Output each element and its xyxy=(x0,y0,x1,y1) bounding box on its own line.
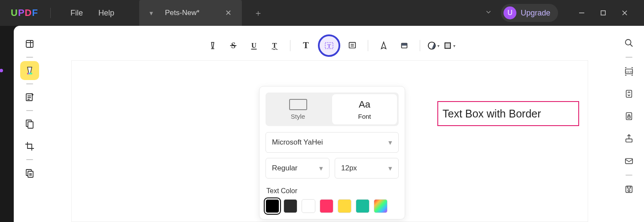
color-swatch-yellow[interactable] xyxy=(338,199,351,213)
save-icon[interactable] xyxy=(620,181,638,198)
strikethrough-icon[interactable]: S xyxy=(225,37,242,54)
upgrade-label: Upgrade xyxy=(521,9,550,18)
svg-rect-28 xyxy=(626,90,632,98)
squiggly-icon[interactable]: T xyxy=(266,37,283,54)
minimize-button[interactable] xyxy=(571,4,592,22)
search-icon[interactable] xyxy=(620,34,638,52)
chevron-down-icon: ▾ xyxy=(437,43,440,48)
sticker-dropdown[interactable]: ▾ xyxy=(427,41,440,50)
ocr-icon[interactable]: OCR xyxy=(620,63,638,80)
svg-rect-22 xyxy=(402,43,407,46)
separator xyxy=(368,40,368,51)
tabs-overflow-icon[interactable] xyxy=(485,8,492,18)
left-toolbar xyxy=(14,26,46,222)
protect-icon[interactable] xyxy=(620,108,638,125)
pencil-icon[interactable] xyxy=(375,37,392,54)
window-controls xyxy=(571,4,635,22)
separator xyxy=(50,8,51,18)
share-icon[interactable] xyxy=(620,130,638,147)
tab-menu-icon[interactable]: ▾ xyxy=(150,9,153,17)
separator xyxy=(420,40,420,51)
shape-dropdown[interactable]: ▾ xyxy=(443,41,455,50)
divider xyxy=(26,57,33,58)
svg-point-35 xyxy=(628,189,630,191)
menu-help[interactable]: Help xyxy=(91,5,122,21)
svg-rect-11 xyxy=(28,171,33,177)
font-size-value: 12px xyxy=(341,164,357,173)
highlighter-icon[interactable] xyxy=(204,37,221,54)
style-tab-label: Style xyxy=(291,113,305,120)
chevron-down-icon: ▾ xyxy=(453,43,455,48)
color-swatches xyxy=(266,199,399,213)
svg-rect-24 xyxy=(445,43,451,49)
font-tab[interactable]: Aa Font xyxy=(332,94,397,124)
divider xyxy=(26,110,33,111)
title-bar: UPDF File Help ▾ Pets-New* ✕ ＋ U Upgrade xyxy=(0,0,644,26)
svg-text:OCR: OCR xyxy=(626,71,632,74)
color-swatch-custom[interactable] xyxy=(374,199,388,213)
divider xyxy=(626,175,632,176)
text-comment-icon[interactable]: T xyxy=(297,37,314,54)
convert-icon[interactable] xyxy=(620,85,638,102)
font-size-select[interactable]: 12px ▾ xyxy=(335,158,399,179)
chevron-down-icon: ▾ xyxy=(388,138,392,147)
textbox-text: Text Box with Border xyxy=(443,108,541,120)
color-swatch-white[interactable] xyxy=(302,199,315,213)
svg-rect-9 xyxy=(28,122,33,128)
textbox-properties-panel: Style Aa Font Microsoft YaHei ▾ Regular … xyxy=(259,86,405,219)
crop-tool[interactable] xyxy=(20,137,39,156)
eraser-icon[interactable] xyxy=(396,37,413,54)
note-icon[interactable] xyxy=(344,37,361,54)
comment-tool[interactable] xyxy=(20,61,39,80)
divider xyxy=(626,57,632,58)
close-button[interactable] xyxy=(614,4,635,22)
upgrade-button[interactable]: U Upgrade xyxy=(501,4,558,22)
color-swatch-pink[interactable] xyxy=(320,199,333,213)
menu-file[interactable]: File xyxy=(63,5,91,21)
right-toolbar: OCR xyxy=(614,26,644,222)
organize-tool[interactable] xyxy=(20,114,39,133)
edit-tool[interactable] xyxy=(20,88,39,107)
reader-tool[interactable] xyxy=(20,34,39,53)
font-weight-select[interactable]: Regular ▾ xyxy=(266,158,330,179)
svg-rect-32 xyxy=(626,159,633,164)
svg-rect-4 xyxy=(26,40,33,47)
new-tab-button[interactable]: ＋ xyxy=(254,7,262,19)
document-tab[interactable]: ▾ Pets-New* ✕ xyxy=(139,0,242,26)
svg-rect-20 xyxy=(349,43,356,48)
color-swatch-black[interactable] xyxy=(266,199,279,213)
color-swatch-dark[interactable] xyxy=(284,199,297,213)
svg-rect-31 xyxy=(626,139,632,142)
maximize-button[interactable] xyxy=(592,4,614,22)
svg-point-25 xyxy=(626,40,631,45)
divider xyxy=(26,159,33,160)
underline-icon[interactable]: U xyxy=(245,37,262,54)
font-family-value: Microsoft YaHei xyxy=(272,138,323,147)
svg-text:T: T xyxy=(303,41,309,50)
style-tab[interactable]: Style xyxy=(266,92,330,126)
chevron-down-icon: ▾ xyxy=(319,164,323,173)
font-tab-label: Font xyxy=(358,113,371,120)
active-indicator xyxy=(0,69,3,72)
app-logo: UPDF xyxy=(11,7,38,18)
svg-rect-34 xyxy=(627,186,630,188)
textbox-icon[interactable]: T xyxy=(318,34,340,57)
font-weight-value: Regular xyxy=(272,164,298,173)
redact-tool[interactable] xyxy=(20,163,39,182)
chevron-down-icon: ▾ xyxy=(388,164,392,173)
text-color-label: Text Color xyxy=(266,187,399,195)
svg-text:T: T xyxy=(272,41,277,49)
email-icon[interactable] xyxy=(620,152,638,170)
font-aa-icon: Aa xyxy=(359,99,370,110)
svg-text:T: T xyxy=(327,43,331,49)
font-family-select[interactable]: Microsoft YaHei ▾ xyxy=(266,132,399,153)
svg-rect-6 xyxy=(27,73,32,74)
separator xyxy=(290,40,290,51)
canvas-area: S U T T T xyxy=(46,26,614,222)
tab-close-icon[interactable]: ✕ xyxy=(225,8,232,18)
rectangle-icon xyxy=(289,99,307,110)
svg-rect-30 xyxy=(628,116,630,118)
textbox-on-page[interactable]: Text Box with Border xyxy=(437,101,579,126)
color-swatch-teal[interactable] xyxy=(356,199,369,213)
style-font-tabs: Style Aa Font xyxy=(266,92,399,126)
